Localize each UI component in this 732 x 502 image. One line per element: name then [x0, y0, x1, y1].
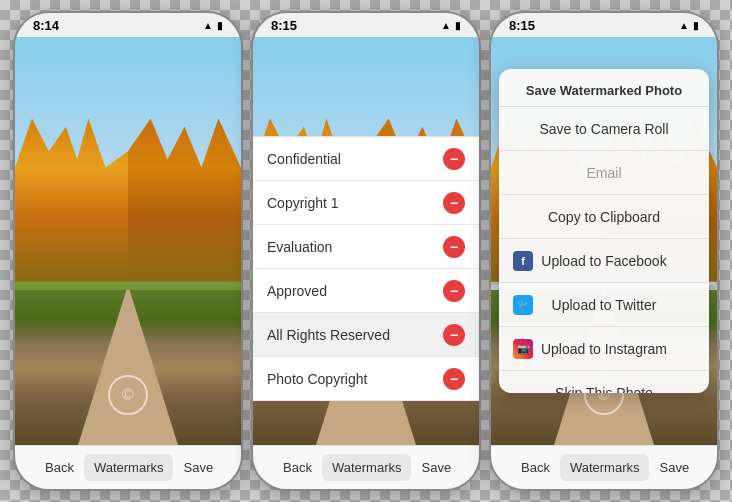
- facebook-icon: f: [513, 251, 533, 271]
- sky-1: [15, 37, 241, 180]
- photo-bg-3: © Save Watermarked Photo Save to Camera …: [491, 37, 717, 445]
- watermark-1: ©: [108, 375, 148, 415]
- phone-content-1: © Back Watermarks Save: [15, 37, 241, 489]
- watermark-item-approved[interactable]: Approved −: [253, 269, 479, 313]
- back-button-2[interactable]: Back: [273, 454, 322, 481]
- wifi-icon: ▲: [203, 20, 213, 31]
- status-icons-3: ▲ ▮: [679, 20, 699, 31]
- status-bar-3: 8:15 ▲ ▮: [491, 13, 717, 37]
- back-button-3[interactable]: Back: [511, 454, 560, 481]
- watermark-item-confidential[interactable]: Confidential −: [253, 137, 479, 181]
- watermark-label: Evaluation: [267, 239, 332, 255]
- watermark-item-evaluation[interactable]: Evaluation −: [253, 225, 479, 269]
- watermarks-button-1[interactable]: Watermarks: [84, 454, 174, 481]
- watermark-label: All Rights Reserved: [267, 327, 390, 343]
- remove-copyright1[interactable]: −: [443, 192, 465, 214]
- tab-bar-1: Back Watermarks Save: [15, 445, 241, 489]
- status-icons-1: ▲ ▮: [203, 20, 223, 31]
- watermark-label: Copyright 1: [267, 195, 339, 211]
- back-button-1[interactable]: Back: [35, 454, 84, 481]
- action-sheet: Save Watermarked Photo Save to Camera Ro…: [499, 69, 709, 393]
- ground-1: [15, 290, 241, 445]
- phone-2: 8:15 ▲ ▮ Confidential: [251, 11, 481, 491]
- photo-partial-2: Confidential − Copyright 1 − Evaluation …: [253, 37, 479, 445]
- watermark-label: Confidential: [267, 151, 341, 167]
- action-sheet-title: Save Watermarked Photo: [499, 69, 709, 107]
- watermarks-list: Confidential − Copyright 1 − Evaluation …: [253, 136, 479, 401]
- phone-content-3: © Save Watermarked Photo Save to Camera …: [491, 37, 717, 489]
- tab-bar-3: Back Watermarks Save: [491, 445, 717, 489]
- upload-facebook-btn[interactable]: f Upload to Facebook: [499, 239, 709, 283]
- email-field[interactable]: Email: [499, 151, 709, 195]
- watermark-label: Approved: [267, 283, 327, 299]
- instagram-icon: 📷: [513, 339, 533, 359]
- watermark-item-photocopyright[interactable]: Photo Copyright −: [253, 357, 479, 401]
- twitter-icon: 🐦: [513, 295, 533, 315]
- copy-clipboard-btn[interactable]: Copy to Clipboard: [499, 195, 709, 239]
- upload-twitter-btn[interactable]: 🐦 Upload to Twitter: [499, 283, 709, 327]
- save-button-3[interactable]: Save: [649, 454, 699, 481]
- watermark-label: Photo Copyright: [267, 371, 367, 387]
- tree-left-1: [15, 119, 128, 282]
- battery-icon-3: ▮: [693, 20, 699, 31]
- road-1: [15, 290, 241, 445]
- remove-approved[interactable]: −: [443, 280, 465, 302]
- tab-bar-2: Back Watermarks Save: [253, 445, 479, 489]
- photo-bg-1: ©: [15, 37, 241, 445]
- remove-photocopyright[interactable]: −: [443, 368, 465, 390]
- save-button-1[interactable]: Save: [173, 454, 223, 481]
- upload-instagram-btn[interactable]: 📷 Upload to Instagram: [499, 327, 709, 371]
- time-1: 8:14: [33, 18, 59, 33]
- time-3: 8:15: [509, 18, 535, 33]
- remove-allrights[interactable]: −: [443, 324, 465, 346]
- wifi-icon-3: ▲: [679, 20, 689, 31]
- watermark-item-copyright1[interactable]: Copyright 1 −: [253, 181, 479, 225]
- watermarks-button-3[interactable]: Watermarks: [560, 454, 650, 481]
- status-bar-1: 8:14 ▲ ▮: [15, 13, 241, 37]
- action-sheet-overlay: Save Watermarked Photo Save to Camera Ro…: [491, 61, 717, 401]
- road-path-1: [78, 290, 178, 445]
- remove-confidential[interactable]: −: [443, 148, 465, 170]
- phone-content-2: Confidential − Copyright 1 − Evaluation …: [253, 37, 479, 489]
- battery-icon: ▮: [217, 20, 223, 31]
- status-bar-2: 8:15 ▲ ▮: [253, 13, 479, 37]
- skip-photo-btn[interactable]: Skip This Photo: [499, 371, 709, 393]
- wifi-icon-2: ▲: [441, 20, 451, 31]
- tree-right-1: [128, 119, 241, 282]
- watermark-item-allrights[interactable]: All Rights Reserved −: [253, 313, 479, 357]
- watermarks-button-2[interactable]: Watermarks: [322, 454, 412, 481]
- battery-icon-2: ▮: [455, 20, 461, 31]
- time-2: 8:15: [271, 18, 297, 33]
- foliage-1: [15, 119, 241, 282]
- remove-evaluation[interactable]: −: [443, 236, 465, 258]
- status-icons-2: ▲ ▮: [441, 20, 461, 31]
- phone-3: 8:15 ▲ ▮ © Save Watermark: [489, 11, 719, 491]
- phone-1: 8:14 ▲ ▮ © Back Watermarks Sav: [13, 11, 243, 491]
- save-camera-roll-btn[interactable]: Save to Camera Roll: [499, 107, 709, 151]
- save-button-2[interactable]: Save: [411, 454, 461, 481]
